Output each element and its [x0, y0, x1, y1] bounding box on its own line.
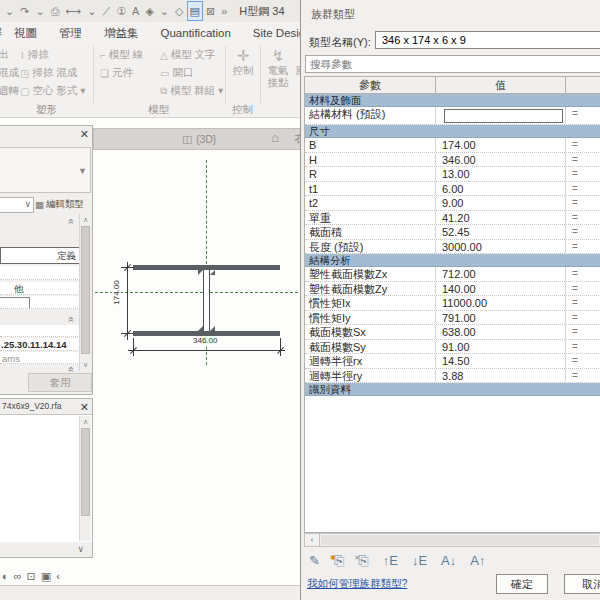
control-button[interactable]: ✛控制	[228, 50, 258, 76]
help-link[interactable]: 我如何管理族群類型?	[307, 577, 407, 591]
electrical-connector-button[interactable]: ↯電氣 接點	[264, 50, 292, 88]
scroll-left-icon[interactable]: ‹	[305, 534, 320, 546]
property-row[interactable]: .25.30.11.14.14	[0, 338, 80, 351]
sweep-button[interactable]: ⌇掃掠	[20, 48, 49, 62]
property-row[interactable]: ams	[0, 352, 80, 364]
new-type-icon[interactable]: ⎘✱	[334, 552, 344, 570]
parameter-value[interactable]: 174.00	[436, 138, 566, 152]
value-input[interactable]	[444, 109, 563, 123]
revolve-button[interactable]: ❏迴轉	[0, 84, 19, 98]
extrude-button[interactable]: ❏出	[0, 48, 8, 62]
property-row[interactable]	[0, 296, 80, 309]
parameter-value[interactable]: 52.45	[436, 225, 566, 239]
tag-icon[interactable]: ①	[113, 1, 129, 21]
close-icon[interactable]: ✕	[80, 128, 89, 141]
parameter-value[interactable]: 140.00	[436, 282, 566, 296]
redo-icon[interactable]: ↷	[17, 1, 32, 21]
parameter-formula[interactable]: =	[566, 267, 600, 281]
parameter-value[interactable]: 41.20	[436, 211, 566, 225]
parameter-formula[interactable]: =	[566, 182, 600, 196]
measure-icon[interactable]: ⟷	[62, 1, 84, 21]
parameter-value[interactable]: 638.00	[436, 325, 566, 339]
sort-ascending-icon[interactable]: A↓	[441, 552, 456, 570]
parameter-formula[interactable]: =	[566, 196, 600, 210]
scrollbar-thumb[interactable]	[81, 428, 90, 516]
property-value-field[interactable]: 定義	[0, 247, 80, 264]
collapse-icon[interactable]: ‹	[56, 570, 60, 582]
property-row[interactable]	[0, 266, 80, 280]
parameter-value[interactable]: 6.00	[436, 182, 566, 196]
family-types-icon[interactable]: ▤	[187, 1, 203, 21]
group-collapse-icon[interactable]: »	[65, 219, 76, 225]
dimension-width-value[interactable]: 346.00	[192, 336, 218, 345]
more-icon[interactable]: »	[218, 1, 230, 21]
parameter-value[interactable]: 3.88	[436, 369, 566, 383]
parameter-value[interactable]: 3000.00	[436, 240, 566, 254]
reference-plane-horizontal[interactable]	[95, 292, 298, 293]
dimension-height-value[interactable]: 174.00	[112, 279, 121, 305]
visual-style-icon[interactable]: ◐	[2, 570, 9, 582]
parameter-value[interactable]: 346.00	[436, 153, 566, 167]
close-hidden-windows-icon[interactable]: ⊠	[203, 1, 218, 21]
delete-type-icon[interactable]: ⎘✕	[358, 552, 368, 570]
scroll-up-icon[interactable]: ∧	[80, 418, 91, 426]
collapse-icon[interactable]: ∨	[77, 544, 84, 554]
edit-parameter-icon[interactable]: ✎	[309, 552, 320, 570]
default-3d-view-icon[interactable]: ◈	[142, 1, 156, 21]
parameter-formula[interactable]: =	[566, 296, 600, 310]
scrollbar-thumb[interactable]	[321, 535, 599, 545]
value-input[interactable]	[0, 297, 30, 309]
type-selector[interactable]: ▼	[0, 147, 91, 193]
parameter-formula[interactable]: =	[566, 225, 600, 239]
parameter-group-header[interactable]: 尺寸	[305, 125, 600, 138]
view-tab-3d[interactable]: ◫{3D}	[182, 133, 216, 145]
scroll-down-icon[interactable]: ∨	[80, 361, 91, 369]
ribbon-tab-annotate-partial[interactable]: 解	[0, 25, 2, 40]
parameter-formula[interactable]: =	[566, 340, 600, 354]
parameter-value[interactable]: 13.00	[436, 167, 566, 181]
parameter-formula[interactable]: =	[566, 240, 600, 254]
measure-dropdown-icon[interactable]: ⌄	[84, 1, 99, 21]
ribbon-tab-quantification[interactable]: Quantification	[161, 27, 231, 39]
scrollbar-vertical[interactable]: ∧ ∨	[79, 214, 91, 371]
parameter-formula[interactable]: =	[566, 107, 600, 124]
void-forms-button[interactable]: ▢空心 形式 ▾	[20, 84, 86, 98]
type-name-input[interactable]	[375, 31, 600, 49]
parameter-formula[interactable]: =	[566, 153, 600, 167]
parameter-formula[interactable]: =	[566, 354, 600, 368]
parameter-group-header[interactable]: 識別資料	[305, 383, 600, 396]
apply-button[interactable]: 套用	[28, 373, 92, 392]
aligned-dimension-icon[interactable]: ⟋	[99, 1, 113, 21]
parameter-value[interactable]	[436, 107, 566, 124]
ribbon-tab-增益集[interactable]: 增益集	[104, 26, 139, 41]
parameter-formula[interactable]: =	[566, 211, 600, 225]
undo-dropdown-icon[interactable]: ⌄	[2, 1, 17, 21]
crop-region-icon[interactable]: ⊡	[27, 570, 36, 583]
parameter-value[interactable]: 791.00	[436, 311, 566, 325]
close-icon[interactable]: ✕	[80, 401, 89, 414]
parameter-formula[interactable]: =	[566, 311, 600, 325]
parameter-value[interactable]: 9.00	[436, 196, 566, 210]
parameter-value[interactable]: 91.00	[436, 340, 566, 354]
parameter-formula[interactable]: =	[566, 325, 600, 339]
blend-button[interactable]: ❏混成	[0, 66, 19, 80]
parameter-formula[interactable]: =	[566, 138, 600, 152]
text-icon[interactable]: A	[129, 1, 142, 21]
parameter-group-header[interactable]: 材料及飾面	[305, 94, 600, 107]
parameter-value[interactable]: 712.00	[436, 267, 566, 281]
dimension-line-width[interactable]	[128, 350, 285, 351]
model-line-button[interactable]: ⌐模型 線	[100, 48, 143, 62]
redo-dropdown-icon[interactable]: ⌄	[32, 1, 47, 21]
parameter-formula[interactable]: =	[566, 369, 600, 383]
sort-descending-icon[interactable]: A↑	[470, 552, 485, 570]
ui-visibility-icon[interactable]: ▣	[41, 570, 51, 583]
property-row[interactable]: 他	[0, 282, 80, 295]
ribbon-tab-管理[interactable]: 管理	[59, 26, 82, 41]
ok-button[interactable]: 確定	[496, 574, 548, 594]
home-view-icon[interactable]: ⌂	[271, 130, 279, 145]
group-collapse-icon[interactable]: »	[65, 367, 76, 373]
browser-tree[interactable]: ∧	[0, 414, 92, 542]
search-parameters-input[interactable]	[305, 55, 600, 73]
group-collapse-icon[interactable]: »	[65, 317, 76, 323]
model-group-button[interactable]: ⧉模型 群組 ▾	[160, 84, 223, 98]
